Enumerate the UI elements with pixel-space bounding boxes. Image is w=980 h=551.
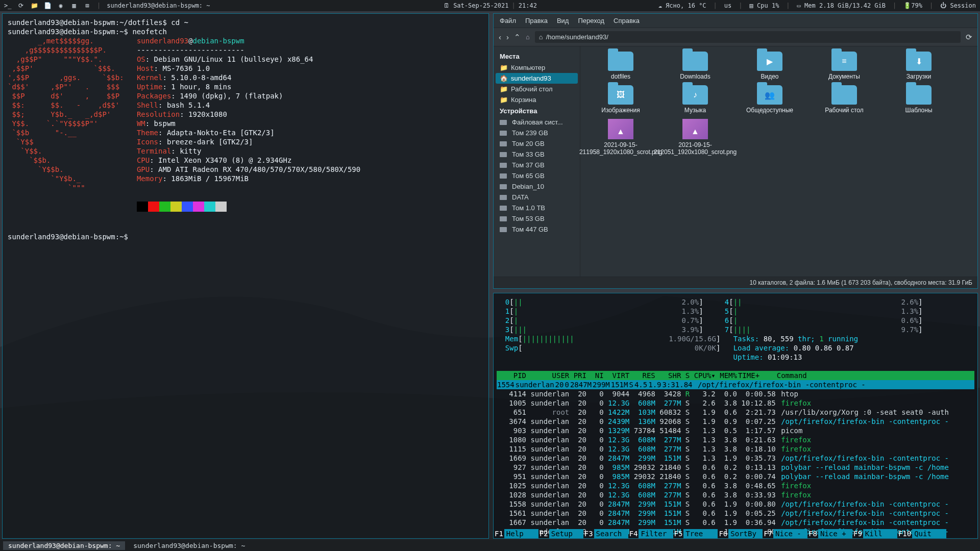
bottom-taskbar: sunderland93@debian-bspwm: ~sunderland93… (0, 540, 980, 551)
fm-menu-item[interactable]: Файл (500, 17, 516, 24)
reload-icon[interactable]: ⟳ (17, 2, 24, 9)
fn-key[interactable]: F8 (807, 529, 818, 538)
fn-label[interactable]: Search (594, 529, 628, 538)
fn-label[interactable]: Quit (912, 529, 946, 538)
sidebar-item[interactable]: 🏠sunderland93 (496, 73, 578, 84)
drive-icon (500, 163, 507, 168)
fn-label[interactable]: Help (504, 529, 538, 538)
fm-menu-item[interactable]: Правка (525, 17, 548, 24)
htop-row[interactable]: 951sunderlan200985M2903221840S0.60.20:00… (497, 472, 974, 481)
apps-icon[interactable]: ⊞ (84, 2, 91, 9)
htop-row[interactable]: 1554sunderlan2002847M299M151MS4.51.93:31… (497, 380, 974, 389)
folder-item[interactable]: Рабочий стол (809, 85, 879, 114)
folder-item[interactable]: Downloads (660, 52, 730, 80)
htop-row[interactable]: 927sunderlan200985M2903221840S0.60.20:13… (497, 463, 974, 472)
folder-label: Шаблоны (905, 107, 932, 114)
folder-item[interactable]: ≡Документы (809, 52, 879, 80)
sidebar-device[interactable]: Том 1.0 TB (496, 203, 578, 213)
grid-icon[interactable]: ▦ (70, 2, 78, 9)
mem-widget[interactable]: ▭ Mem 2.18 GiB/13.42 GiB (797, 2, 886, 9)
htop-row[interactable]: 903sunderlan2001329M7378451484S1.30.51:1… (497, 426, 974, 435)
file-manager-window[interactable]: ФайлПравкаВидПереходСправка ‹ › ⌃ ⌂ ⌂ /h… (493, 13, 978, 289)
fn-key[interactable]: F7 (763, 529, 773, 538)
refresh-button[interactable]: ⟳ (966, 33, 972, 42)
htop-row[interactable]: 1669sunderlan2002847M299M151MS1.31.90:35… (497, 454, 974, 463)
terminal-icon[interactable]: >_ (4, 2, 11, 9)
up-button[interactable]: ⌃ (514, 33, 521, 42)
fm-content[interactable]: dotfilesDownloads▶Видео≡Документы⬇Загруз… (580, 46, 977, 277)
battery-widget[interactable]: 🔋79% (903, 2, 922, 9)
fn-key[interactable]: F6 (718, 529, 728, 538)
htop-window[interactable]: 0[|| 2.0%] 4[|| 2.6%] 1[| 1.3%] 5[| 1.3%… (493, 293, 978, 539)
htop-row[interactable]: 651root2001422M103M60832S1.90.62:21.73 /… (497, 408, 974, 417)
htop-row[interactable]: 1561sunderlan2002847M299M151MS0.61.90:05… (497, 509, 974, 518)
folder-icon: ▶ (757, 52, 782, 71)
folder-icon[interactable]: 📁 (31, 2, 38, 9)
fn-key[interactable]: F1 (494, 529, 504, 538)
sidebar-device[interactable]: Debian_10 (496, 181, 578, 192)
fn-label[interactable]: Tree (683, 529, 718, 538)
htop-row[interactable]: 1558sunderlan2002847M299M151MS0.61.90:00… (497, 499, 974, 509)
folder-item[interactable]: ⬇Загрузки (884, 52, 954, 80)
fn-label[interactable]: SortBy (728, 529, 763, 538)
fn-label[interactable]: Nice - (773, 529, 807, 538)
htop-row[interactable]: 1080sunderlan20012.3G608M277MS1.33.80:21… (497, 435, 974, 444)
file-item[interactable]: 2021-09-15-212051_1920x1080_scrot.png (660, 119, 730, 156)
sidebar-item[interactable]: 📁Компьютер (496, 62, 578, 73)
back-button[interactable]: ‹ (499, 33, 501, 41)
sidebar-item[interactable]: 📁Рабочий стол (496, 84, 578, 94)
fn-key[interactable]: F5 (673, 529, 684, 538)
htop-row[interactable]: 1667sunderlan2002847M299M151MS0.61.90:36… (497, 518, 974, 527)
fn-label[interactable]: Setup (549, 529, 583, 538)
sidebar-device[interactable]: Том 239 GB (496, 128, 578, 138)
folder-item[interactable]: ▶Видео (734, 52, 805, 80)
sidebar-device[interactable]: Файловая сист... (496, 117, 578, 128)
htop-row[interactable]: 1005sunderlan20012.3G608M277MS2.63.810:1… (497, 398, 974, 408)
home-button[interactable]: ⌂ (526, 33, 530, 41)
fn-key[interactable]: F4 (628, 529, 639, 538)
sidebar-device[interactable]: Том 37 GB (496, 160, 578, 170)
doc-icon[interactable]: 📄 (44, 2, 51, 9)
sidebar-device[interactable]: Том 33 GB (496, 149, 578, 160)
fm-menu-item[interactable]: Справка (614, 17, 640, 24)
sidebar-device[interactable]: Том 53 GB (496, 213, 578, 224)
fn-label[interactable]: Filter (639, 529, 673, 538)
file-item[interactable]: 2021-09-15-211958_1920x1080_scrot.png (585, 119, 656, 156)
kb-layout[interactable]: us (724, 2, 731, 9)
forward-button[interactable]: › (506, 33, 509, 41)
fn-key[interactable]: F9 (852, 529, 863, 538)
fm-menu-item[interactable]: Вид (557, 17, 569, 24)
place-icon: 📁 (500, 64, 508, 71)
fn-key[interactable]: F3 (583, 529, 594, 538)
folder-item[interactable]: 👥Общедоступные (734, 85, 805, 114)
fn-label[interactable]: Kill (863, 529, 897, 538)
weather-text[interactable]: ☁ Ясно, 16 °C (658, 2, 706, 9)
fn-key[interactable]: F2 (538, 529, 549, 538)
htop-row[interactable]: 1028sunderlan20012.3G608M277MS0.63.80:33… (497, 490, 974, 499)
folder-item[interactable]: 🖼Изображения (585, 85, 656, 114)
taskbar-task[interactable]: sunderland93@debian-bspwm: ~ (128, 541, 250, 550)
terminal-window[interactable]: sunderland93@debian-bspwm:~/dotfiles$ cd… (2, 13, 489, 539)
fm-menu-item[interactable]: Переход (578, 17, 604, 24)
htop-row[interactable]: 1025sunderlan20012.3G608M277MS0.63.80:48… (497, 481, 974, 490)
sidebar-item[interactable]: 📁Корзина (496, 94, 578, 105)
cpu-widget[interactable]: ▤ Cpu 1% (750, 2, 779, 9)
sidebar-device[interactable]: Том 447 GB (496, 224, 578, 235)
htop-header[interactable]: PIDUSERPRINIVIRTRESSHRSCPU%▾MEM%TIME+Com… (497, 371, 974, 380)
fn-key[interactable]: F10 (897, 529, 912, 538)
sidebar-device[interactable]: Том 20 GB (496, 138, 578, 149)
fn-label[interactable]: Nice + (818, 529, 852, 538)
disc-icon[interactable]: ◉ (57, 2, 64, 9)
sidebar-device[interactable]: DATA (496, 192, 578, 203)
folder-item[interactable]: dotfiles (585, 52, 656, 80)
folder-item[interactable]: Шаблоны (884, 85, 954, 114)
htop-row[interactable]: 4114sunderlan200904449683428R3.20.00:00.… (497, 389, 974, 398)
htop-row[interactable]: 3674sunderlan2002439M136M92068S1.90.90:0… (497, 417, 974, 426)
fm-statusbar: 10 каталогов, 2 файла: 1.6 МиБ (1 673 20… (494, 277, 977, 288)
path-entry[interactable]: ⌂ /home/sunderland93/ (535, 31, 961, 43)
taskbar-task[interactable]: sunderland93@debian-bspwm: ~ (3, 541, 125, 550)
htop-row[interactable]: 1115sunderlan20012.3G608M277MS1.33.80:18… (497, 444, 974, 454)
folder-item[interactable]: ♪Музыка (660, 85, 730, 114)
sidebar-device[interactable]: Том 65 GB (496, 170, 578, 181)
session-button[interactable]: ⏻ Session (940, 2, 976, 9)
